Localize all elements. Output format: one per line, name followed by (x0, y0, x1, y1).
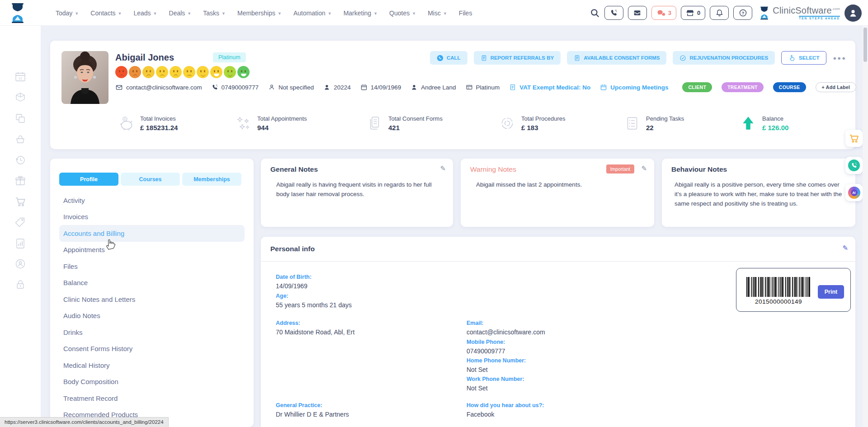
price-tag-icon[interactable] (14, 216, 26, 228)
menu-item-drinks[interactable]: Drinks (59, 324, 245, 341)
general-notes-card: General Notes ✎ Abigail really is having… (261, 159, 453, 227)
menu-item-appointments[interactable]: Appointments (59, 242, 245, 258)
nav-leads[interactable]: Leads▼ (133, 9, 157, 17)
app-logo-hourglass-icon[interactable] (9, 3, 26, 23)
edit-pencil-icon[interactable]: ✎ (641, 164, 647, 173)
call-button[interactable]: CALL (430, 51, 467, 65)
tab-profile[interactable]: Profile (59, 173, 118, 186)
phone-calls-button[interactable] (604, 6, 623, 20)
bell-icon (715, 9, 724, 17)
store-icon (686, 9, 694, 17)
cart-icon (849, 133, 859, 144)
client-photo[interactable] (61, 51, 108, 104)
report-referrals-button[interactable]: REPORT REFERRALS BY (474, 51, 561, 65)
nav-tasks[interactable]: Tasks▼ (203, 9, 226, 17)
gift-icon[interactable] (14, 175, 26, 187)
calendar-icon[interactable]: 12 (14, 71, 26, 83)
support-person-icon[interactable] (14, 258, 26, 270)
mood-10-icon[interactable] (237, 66, 250, 78)
nav-quotes[interactable]: Quotes▼ (389, 9, 416, 17)
package-icon[interactable] (14, 92, 26, 103)
messages-button[interactable]: 3 (651, 6, 676, 20)
personal-info-title: Personal info (270, 245, 315, 253)
mood-4-icon[interactable] (156, 66, 168, 78)
mood-3-icon[interactable] (142, 66, 155, 78)
client-profile-card: Abigail Jones Platinum contact@clinicsof… (50, 41, 855, 149)
search-icon[interactable] (590, 8, 600, 18)
mood-2-icon[interactable] (129, 66, 141, 78)
menu-item-balance[interactable]: Balance (59, 275, 245, 291)
tab-memberships[interactable]: Memberships (182, 173, 241, 186)
nav-memberships[interactable]: Memberships▼ (237, 9, 282, 17)
label-course[interactable]: COURSE (773, 82, 806, 92)
page-scrollbar[interactable] (863, 26, 868, 427)
menu-item-audio-notes[interactable]: Audio Notes (59, 308, 245, 324)
available-consent-forms-button[interactable]: AVAILABLE CONSENT FORMS (567, 51, 666, 65)
menu-item-consent-forms-history[interactable]: Consent Forms History (59, 341, 245, 357)
vat-exempt-link[interactable]: VAT Exempt Medical: No (509, 84, 590, 91)
field-email: Email:contact@clinicsoftware.com (467, 320, 545, 336)
menu-item-accounts-and-billing[interactable]: Accounts and Billing (59, 225, 245, 242)
mood-rating-scale (115, 66, 250, 78)
field-mobile-phone: Mobile Phone:07490009777 (467, 339, 505, 355)
nav-automation[interactable]: Automation▼ (293, 9, 332, 17)
inbox-button[interactable] (628, 6, 647, 20)
menu-item-invoices[interactable]: Invoices (59, 209, 245, 225)
mood-6-icon[interactable] (183, 66, 195, 78)
upcoming-meetings-link[interactable]: Upcoming Meetings (600, 84, 668, 91)
nav-misc[interactable]: Misc▼ (428, 9, 447, 17)
lock-icon[interactable] (14, 279, 26, 291)
tab-courses[interactable]: Courses (121, 173, 180, 186)
basket-icon[interactable] (14, 133, 26, 145)
help-button[interactable]: ? (733, 6, 752, 20)
mood-1-icon[interactable] (115, 66, 127, 78)
label-treatment[interactable]: TREATMENT (722, 82, 764, 92)
field-work-phone: Work Phone Number:Not Set (467, 376, 524, 392)
stat-value: 22 (646, 124, 684, 131)
stat-total-appointments: Total Appointments944 (235, 115, 307, 131)
print-barcode-button[interactable]: Print (818, 285, 844, 299)
report-chart-icon[interactable] (14, 237, 26, 249)
client-email[interactable]: contact@clinicsoftware.com (115, 84, 202, 91)
brand-tld: .com (832, 7, 840, 11)
more-actions-button[interactable]: ●●● (833, 55, 846, 61)
menu-item-medical-history[interactable]: Medical History (59, 357, 245, 374)
add-label-button[interactable]: + Add Label (816, 82, 857, 92)
clinicsoftware-brand-logo[interactable]: ClinicSoftware.com TEN STEPS AHEAD (759, 6, 840, 20)
store-button[interactable]: 0 (681, 6, 705, 20)
nav-deals[interactable]: Deals▼ (169, 9, 192, 17)
mood-9-icon[interactable] (224, 66, 236, 78)
mood-8-icon[interactable] (210, 66, 222, 78)
mood-7-icon[interactable] (197, 66, 209, 78)
tier-badge: Platinum (213, 52, 246, 62)
history-icon[interactable] (14, 154, 26, 166)
menu-item-treatment-record[interactable]: Treatment Record (59, 390, 245, 407)
mood-5-icon[interactable] (170, 66, 182, 78)
menu-item-files[interactable]: Files (59, 258, 245, 275)
floating-ai-assistant-button[interactable]: AI (845, 184, 863, 201)
menu-item-clinic-notes-and-letters[interactable]: Clinic Notes and Letters (59, 291, 245, 308)
nav-marketing[interactable]: Marketing▼ (344, 9, 377, 17)
client-phone[interactable]: 07490009777 (212, 84, 259, 91)
person-outline-icon (268, 84, 275, 91)
scrollbar-thumb[interactable] (863, 28, 867, 62)
select-button[interactable]: SELECT (781, 51, 826, 65)
consent-form-icon (574, 55, 580, 61)
edit-pencil-icon[interactable]: ✎ (842, 244, 848, 252)
label-client[interactable]: CLIENT (682, 82, 712, 92)
stat-total-procedures: Total Procedures£ 183 (499, 115, 566, 131)
edit-pencil-icon[interactable]: ✎ (440, 164, 446, 173)
nav-files[interactable]: Files (459, 9, 472, 17)
notifications-button[interactable] (710, 6, 729, 20)
user-account-button[interactable] (844, 5, 862, 22)
chevron-down-icon: ▼ (412, 11, 416, 16)
copy-icon[interactable] (14, 113, 26, 124)
nav-today[interactable]: Today▼ (56, 9, 79, 17)
nav-contacts[interactable]: Contacts▼ (90, 9, 122, 17)
rejuvenation-procedures-button[interactable]: REJUVENATION PROCEDURES (673, 51, 775, 65)
floating-cart-button[interactable] (845, 130, 863, 147)
menu-item-body-composition[interactable]: Body Composition (59, 374, 245, 390)
menu-item-activity[interactable]: Activity (59, 192, 245, 209)
floating-call-button[interactable] (845, 157, 863, 174)
cart-icon[interactable] (14, 196, 26, 207)
